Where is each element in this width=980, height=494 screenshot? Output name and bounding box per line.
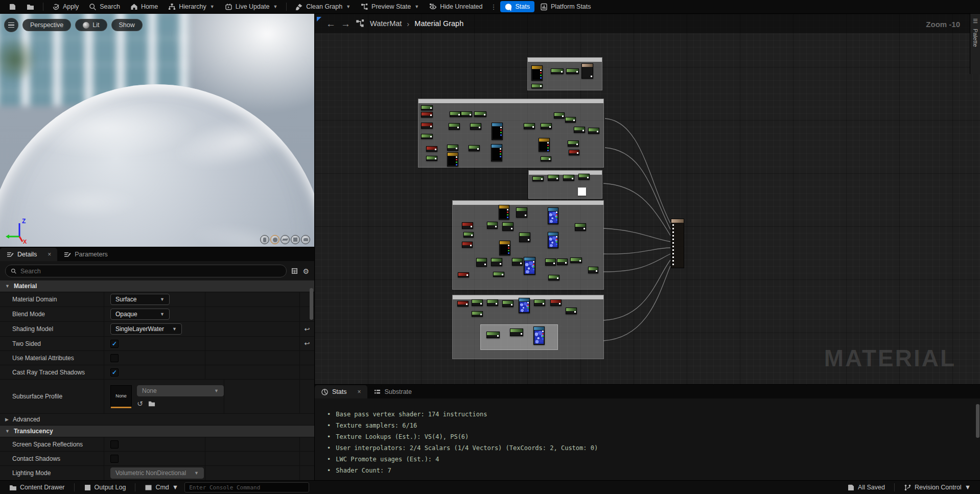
graph-node[interactable] bbox=[570, 257, 582, 263]
graph-node[interactable] bbox=[588, 267, 598, 273]
graph-node[interactable] bbox=[588, 128, 599, 134]
graph-node[interactable] bbox=[574, 127, 585, 133]
blend-mode-dropdown[interactable]: Opaque▼ bbox=[110, 309, 170, 320]
graph-node[interactable] bbox=[563, 175, 574, 181]
graph-node[interactable] bbox=[531, 84, 543, 88]
use-selected-asset-icon[interactable]: ↺ bbox=[137, 399, 143, 408]
graph-node[interactable] bbox=[462, 242, 473, 248]
graph-node[interactable] bbox=[426, 156, 437, 161]
more-options-icon[interactable]: ⋮ bbox=[488, 3, 499, 11]
output-log-button[interactable]: Output Log bbox=[80, 481, 130, 494]
hierarchy-button[interactable]: Hierarchy▼ bbox=[164, 0, 219, 14]
content-drawer-button[interactable]: Content Drawer bbox=[5, 481, 69, 494]
graph-node[interactable] bbox=[447, 152, 458, 167]
comment-box-title[interactable] bbox=[528, 58, 602, 62]
comment-box-title[interactable] bbox=[453, 201, 603, 205]
graph-node[interactable] bbox=[550, 299, 562, 306]
graph-node[interactable] bbox=[470, 123, 481, 130]
graph-node[interactable] bbox=[463, 232, 474, 238]
section-header-material[interactable]: ▼Material bbox=[0, 280, 314, 292]
graph-node[interactable] bbox=[534, 299, 545, 306]
clean-graph-button[interactable]: Clean Graph▼ bbox=[291, 0, 355, 14]
apply-button[interactable]: Apply bbox=[48, 0, 83, 14]
revision-control-button[interactable]: Revision Control ▼ bbox=[900, 481, 975, 494]
back-arrow-icon[interactable]: ← bbox=[326, 19, 336, 29]
forward-arrow-icon[interactable]: → bbox=[341, 19, 351, 29]
breadcrumb-asset[interactable]: WaterMat bbox=[370, 19, 402, 28]
stats-button[interactable]: iStats bbox=[500, 1, 535, 12]
graph-node[interactable] bbox=[565, 117, 576, 123]
cast-ray-traced-shadows-checkbox[interactable]: ✓ bbox=[110, 368, 119, 377]
graph-node[interactable] bbox=[447, 145, 458, 151]
graph-node[interactable] bbox=[499, 205, 509, 220]
graph-node[interactable] bbox=[519, 298, 530, 313]
graph-node[interactable] bbox=[545, 258, 556, 266]
graph-node[interactable] bbox=[524, 123, 535, 129]
tab-stats[interactable]: Stats × bbox=[315, 385, 367, 398]
graph-node[interactable] bbox=[548, 232, 558, 248]
reset-to-default-icon[interactable]: ↩ bbox=[300, 340, 314, 347]
comment-box-title[interactable] bbox=[529, 171, 602, 175]
comment-box-title[interactable] bbox=[418, 99, 603, 103]
graph-node[interactable] bbox=[457, 301, 469, 307]
asset-thumbnail[interactable]: None bbox=[110, 385, 132, 407]
search-button[interactable]: Search bbox=[84, 0, 125, 14]
display-filter-icon[interactable] bbox=[291, 267, 298, 275]
graph-node[interactable] bbox=[533, 326, 545, 345]
material-graph-canvas[interactable]: ← → WaterMat › Material Graph Zoom -10 ☰… bbox=[314, 14, 980, 384]
graph-node[interactable] bbox=[487, 299, 498, 306]
preview-shape-sphere-button[interactable] bbox=[270, 235, 279, 244]
comment-box[interactable] bbox=[418, 99, 604, 168]
graph-node[interactable] bbox=[469, 145, 480, 151]
platform-stats-button[interactable]: Platform Stats bbox=[535, 0, 596, 14]
graph-node[interactable] bbox=[491, 144, 502, 161]
graph-node[interactable] bbox=[450, 111, 461, 117]
close-tab-icon[interactable]: × bbox=[358, 388, 361, 395]
cmd-selector[interactable]: Cmd ▼ bbox=[141, 481, 182, 494]
screen-space-reflections-checkbox[interactable] bbox=[110, 440, 119, 449]
graph-node[interactable] bbox=[421, 134, 433, 139]
asset-picker-dropdown[interactable]: None▼ bbox=[137, 385, 224, 396]
section-header-advanced[interactable]: ▶Advanced bbox=[0, 414, 314, 426]
graph-node[interactable] bbox=[568, 140, 579, 147]
palette-tab[interactable]: ☰ Palette bbox=[970, 14, 980, 74]
save-button[interactable] bbox=[4, 0, 21, 14]
home-button[interactable]: Home bbox=[126, 0, 162, 14]
contact-shadows-checkbox[interactable] bbox=[110, 455, 119, 463]
tab-details[interactable]: Details × bbox=[0, 248, 57, 261]
stats-scrollbar[interactable] bbox=[976, 404, 979, 438]
graph-node[interactable] bbox=[472, 311, 483, 317]
graph-node[interactable] bbox=[476, 258, 487, 267]
graph-node[interactable] bbox=[516, 207, 527, 218]
graph-node[interactable] bbox=[548, 275, 559, 280]
selected-graph-node[interactable] bbox=[578, 187, 586, 196]
graph-node[interactable] bbox=[486, 332, 500, 338]
graph-node[interactable] bbox=[566, 308, 577, 314]
graph-node[interactable] bbox=[548, 207, 558, 224]
graph-node[interactable] bbox=[421, 105, 433, 110]
preview-shape-cylinder-button[interactable] bbox=[260, 235, 269, 244]
graph-node[interactable] bbox=[512, 258, 523, 266]
graph-node[interactable] bbox=[519, 232, 530, 242]
graph-node[interactable] bbox=[421, 123, 433, 129]
tab-substrate[interactable]: Substrate bbox=[367, 385, 418, 398]
graph-node[interactable] bbox=[551, 68, 564, 74]
preview-shape-cube-button[interactable] bbox=[291, 235, 300, 244]
show-button[interactable]: Show bbox=[111, 19, 143, 31]
graph-node[interactable] bbox=[569, 150, 579, 155]
graph-node[interactable] bbox=[492, 123, 503, 140]
tab-parameters[interactable]: Parameters bbox=[57, 248, 114, 261]
graph-node[interactable] bbox=[532, 176, 544, 181]
graph-node[interactable] bbox=[502, 222, 514, 231]
section-header-translucency[interactable]: ▼Translucency bbox=[0, 426, 314, 437]
viewport-menu-button[interactable] bbox=[4, 18, 18, 32]
graph-node[interactable] bbox=[566, 68, 579, 74]
preview-state-button[interactable]: Preview State▼ bbox=[356, 0, 424, 14]
preview-shape-plane-button[interactable] bbox=[281, 235, 290, 244]
graph-node[interactable] bbox=[426, 146, 437, 152]
graph-node[interactable] bbox=[499, 241, 510, 255]
reset-to-default-icon[interactable]: ↩ bbox=[300, 325, 314, 333]
graph-node[interactable] bbox=[581, 63, 593, 79]
graph-node[interactable] bbox=[510, 328, 523, 336]
browse-asset-button[interactable] bbox=[22, 0, 39, 14]
